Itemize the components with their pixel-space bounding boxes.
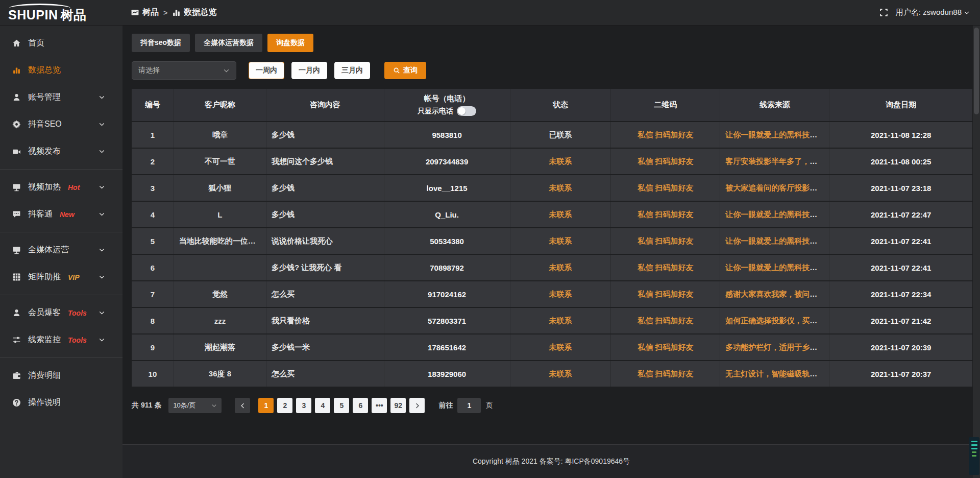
qr-link[interactable]: 私信 扫码加好友 [638,316,693,325]
source-link[interactable]: 让你一眼就爱上的黑科技，能... [725,263,829,272]
user-menu[interactable]: 用户名: zswodun88 [896,8,970,17]
range-button[interactable]: 三月内 [334,62,370,79]
cell-date: 2021-11-08 12:28 [829,122,972,148]
cell-qr: 私信 扫码加好友 [611,361,720,387]
username-label: 用户名: zswodun88 [896,8,962,17]
chevron-down-icon [99,274,105,280]
search-button-label: 查询 [403,66,418,75]
col-header-id: 编号 [132,89,174,122]
floating-widget[interactable] [969,437,979,475]
sidebar-item-member-baoke[interactable]: 会员爆客Tools [0,299,122,326]
video-icon [12,147,21,156]
qr-link[interactable]: 私信 扫码加好友 [638,263,693,272]
col-header-source: 线索来源 [720,89,829,122]
sidebar-item-account-manage[interactable]: 账号管理 [0,84,122,111]
qr-link[interactable]: 私信 扫码加好友 [638,290,693,298]
sidebar-item-clue-monitor[interactable]: 线索监控Tools [0,326,122,353]
status-badge: 未联系 [549,316,572,325]
source-link[interactable]: 感谢大家喜欢我家，被问了好... [725,290,829,298]
page-button-3[interactable]: 3 [296,398,311,413]
grid-icon [12,273,21,281]
qr-link[interactable]: 私信 扫码加好友 [638,343,693,351]
source-link[interactable]: 被大家追着问的客厅投影分享... [725,183,829,192]
sidebar-menu: 首页数据总览账号管理抖音SEO视频发布视频加热Hot抖客通New全媒体运营矩阵助… [0,30,122,416]
breadcrumb-item-app[interactable]: 树品 [131,7,159,18]
source-link[interactable]: 无主灯设计，智能磁吸轨道灯... [725,369,829,378]
source-link[interactable]: 让你一眼就爱上的黑科技，能... [725,210,829,219]
tab-inquiry-data[interactable]: 询盘数据 [267,34,313,52]
qr-link[interactable]: 私信 扫码加好友 [638,210,693,219]
cell-nickname: 狐小狸 [174,175,266,201]
next-page-button[interactable] [409,398,425,413]
page-size-select[interactable]: 10条/页 [168,398,222,413]
bar-chart-icon [172,8,181,17]
search-button[interactable]: 查询 [384,62,426,79]
cell-source: 让你一眼就爱上的黑科技，能... [720,228,829,254]
chevron-down-icon [99,148,105,155]
logo[interactable]: SHUPIN树品 [0,4,122,21]
wallet-icon [12,371,21,380]
range-button[interactable]: 一周内 [249,62,284,79]
question-icon [12,398,21,407]
source-link[interactable]: 多功能护栏灯，适用于乡村文... [725,343,829,351]
scrollbar-thumb[interactable] [974,28,979,114]
sidebar-item-douketong[interactable]: 抖客通New [0,201,122,228]
page-button-2[interactable]: 2 [277,398,292,413]
cell-nickname: 哦章 [174,122,266,148]
cell-content: 多少钱 [266,175,384,201]
qr-link[interactable]: 私信 扫码加好友 [638,183,693,192]
status-badge: 未联系 [549,369,572,378]
cell-account: 178651642 [384,334,510,361]
cell-id: 4 [132,201,174,228]
phone-only-toggle[interactable] [457,106,476,116]
total-count: 共 911 条 [132,401,161,410]
cell-status: 已联系 [510,122,611,148]
cell-qr: 私信 扫码加好友 [611,228,720,254]
range-button[interactable]: 一月内 [291,62,327,79]
filter-select[interactable]: 请选择 [132,61,236,80]
source-link[interactable]: 客厅安装投影半年多了，真实... [725,157,829,165]
sidebar-item-matrix-boost[interactable]: 矩阵助推VIP [0,264,122,291]
cell-date: 2021-11-07 21:42 [829,307,972,334]
cell-id: 6 [132,254,174,281]
prev-page-button[interactable] [235,398,250,413]
tab-bar: 抖音seo数据全媒体运营数据询盘数据 [132,34,972,52]
tab-omni-media-data[interactable]: 全媒体运营数据 [195,34,262,52]
page-button-92[interactable]: 92 [390,398,406,413]
jump-page-input[interactable] [457,398,481,413]
sidebar-item-operation-guide[interactable]: 操作说明 [0,389,122,416]
qr-link[interactable]: 私信 扫码加好友 [638,157,693,165]
qr-link[interactable]: 私信 扫码加好友 [638,236,693,245]
search-icon [393,67,400,74]
cell-status: 未联系 [510,334,611,361]
table-row: 1哦章多少钱9583810已联系私信 扫码加好友让你一眼就爱上的黑科技，能...… [132,122,972,148]
sidebar-divider [0,295,122,295]
fullscreen-icon[interactable] [879,8,888,17]
table-row: 3狐小狸多少钱love__1215未联系私信 扫码加好友被大家追着问的客厅投影分… [132,175,972,201]
source-link[interactable]: 如何正确选择投影仪，买投影... [725,316,829,325]
qr-link[interactable]: 私信 扫码加好友 [638,369,693,378]
source-link[interactable]: 让你一眼就爱上的黑科技，能... [725,130,829,139]
page-button-6[interactable]: 6 [353,398,368,413]
more-pages-button[interactable]: ••• [372,398,387,413]
page-button-1[interactable]: 1 [258,398,274,413]
page-button-5[interactable]: 5 [334,398,349,413]
table-row: 6多少钱? 让我死心 看70898792未联系私信 扫码加好友让你一眼就爱上的黑… [132,254,972,281]
filter-select-placeholder: 请选择 [138,66,160,75]
cell-source: 让你一眼就爱上的黑科技，能... [720,254,829,281]
page-button-4[interactable]: 4 [315,398,330,413]
sidebar-item-omni-media[interactable]: 全媒体运营 [0,236,122,264]
tab-douyin-seo-data[interactable]: 抖音seo数据 [132,34,190,52]
source-link[interactable]: 让你一眼就爱上的黑科技，能... [725,236,829,245]
sidebar-item-video-heat[interactable]: 视频加热Hot [0,174,122,201]
sidebar-item-video-publish[interactable]: 视频发布 [0,138,122,165]
sidebar-item-consume-detail[interactable]: 消费明细 [0,362,122,389]
cell-source: 让你一眼就爱上的黑科技，能... [720,201,829,228]
breadcrumb-item-data-overview[interactable]: 数据总览 [172,7,216,18]
sidebar-item-home[interactable]: 首页 [0,30,122,57]
chevron-down-icon [211,403,217,409]
qr-link[interactable]: 私信 扫码加好友 [638,130,693,139]
sidebar-item-douyin-seo[interactable]: 抖音SEO [0,111,122,138]
scrollbar[interactable] [973,26,980,478]
sidebar-item-data-overview[interactable]: 数据总览 [0,57,122,84]
